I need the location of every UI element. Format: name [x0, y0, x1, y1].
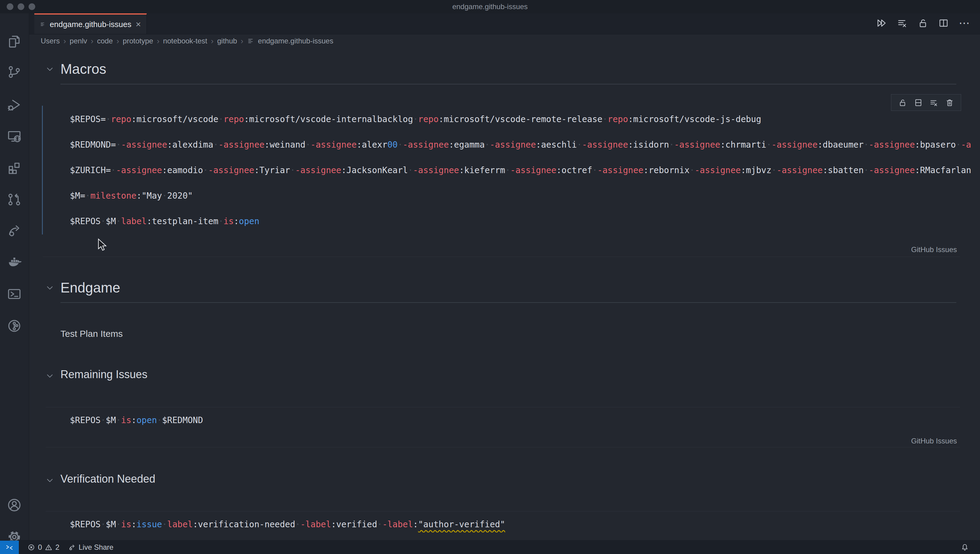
activity-item-docker[interactable] [0, 252, 29, 273]
code-token: "author-verified" [418, 519, 505, 529]
code-line[interactable]: $ZURICH=·-assignee:eamodio·-assignee:Tyr… [70, 158, 980, 183]
breadcrumb-item[interactable]: notebook-test [163, 37, 207, 45]
code-token: -assignee [121, 140, 167, 150]
whitespace-dot: · [106, 114, 111, 124]
live-share-icon [68, 543, 76, 551]
code-token: :Tyriar [254, 165, 290, 175]
live-share-status[interactable]: Live Share [68, 543, 114, 552]
error-count: 0 [38, 543, 42, 552]
split-editor-icon[interactable] [938, 18, 949, 29]
trash-icon[interactable] [945, 98, 954, 107]
code-token: -assignee [218, 140, 265, 150]
whitespace-dot: · [295, 519, 301, 529]
unlock-icon[interactable] [918, 18, 928, 29]
breadcrumb-item[interactable]: penlv [70, 37, 87, 45]
code-token: :mjbvz [741, 165, 771, 175]
code-line[interactable]: $REPOS=·repo:microsoft/vscode·repo:micro… [70, 107, 980, 132]
verification-code-cell: $REPOS·$M·is:issue·label:verification-ne… [70, 517, 980, 532]
activity-item-powershell[interactable] [0, 283, 29, 305]
activity-item-source-control[interactable] [0, 61, 29, 83]
source-control-icon [7, 64, 22, 80]
whitespace-dot: · [956, 140, 961, 150]
activity-item-accounts[interactable] [0, 495, 29, 516]
code-token: :microsoft/vscode-remote-release [439, 114, 602, 124]
remote-explorer-icon [7, 129, 22, 144]
window-title: endgame.github-issues [0, 0, 980, 13]
breadcrumb-separator: › [211, 37, 213, 46]
chevron-down-icon[interactable] [45, 371, 55, 381]
tab-endgame-github-issues[interactable]: endgame.github-issues × [34, 13, 147, 34]
run-all-icon[interactable] [876, 18, 887, 29]
code-token: -assignee [490, 140, 536, 150]
gitlens-icon [7, 318, 22, 333]
code-token: repo [111, 114, 131, 124]
code-token: -assignee [772, 140, 818, 150]
tab-label: endgame.github-issues [50, 20, 132, 29]
code-line[interactable]: $REPOS·$M·label:testplan-item·is:open [70, 209, 980, 234]
unlock-icon[interactable] [898, 98, 907, 107]
remote-indicator[interactable] [0, 541, 19, 554]
clear-output-icon[interactable] [929, 98, 939, 107]
cell-language-label[interactable]: GitHub Issues [911, 437, 957, 445]
clear-outputs-icon[interactable] [897, 18, 908, 29]
code-token: :kieferrm [459, 165, 505, 175]
whitespace-dot: · [85, 191, 91, 201]
activity-item-remote-explorer[interactable] [0, 126, 29, 147]
code-token: $REDMOND= [70, 140, 116, 150]
code-token: $REPOS= [70, 114, 106, 124]
problems-status[interactable]: 0 2 [27, 543, 60, 552]
code-token: open [239, 216, 259, 226]
explorer-icon [7, 34, 22, 49]
activity-item-run-and-debug[interactable] [0, 94, 29, 116]
code-token: -assignee [776, 165, 822, 175]
activity-bar [0, 13, 29, 541]
activity-item-gitlens[interactable] [0, 315, 29, 336]
breadcrumb-item-current[interactable]: endgame.github-issues [258, 37, 333, 45]
code-token: : [131, 415, 137, 425]
cell-divider [46, 447, 960, 447]
code-line[interactable]: $REPOS·$M·is:open·$REDMOND [70, 412, 980, 428]
activity-item-live-share[interactable] [0, 220, 29, 242]
code-line[interactable]: $REPOS·$M·is:issue·label:verification-ne… [70, 517, 980, 532]
breadcrumb-item[interactable]: github [217, 37, 237, 45]
whitespace-dot: · [162, 519, 167, 529]
more-actions-icon[interactable]: ⋯ [959, 18, 970, 29]
code-token: $REPOS [70, 519, 100, 529]
code-token: $REPOS [70, 415, 100, 425]
code-token: :alexdima [167, 140, 213, 150]
code-token: :microsoft/vscode-internalbacklog [244, 114, 413, 124]
code-token: $REDMOND [162, 415, 203, 425]
docker-icon [7, 255, 22, 270]
whitespace-dot: · [116, 415, 121, 425]
whitespace-dot: · [602, 114, 608, 124]
whitespace-dot: · [485, 140, 490, 150]
code-token: -assignee [310, 140, 356, 150]
code-token: is [224, 216, 234, 226]
cell-language-label[interactable]: GitHub Issues [911, 245, 957, 254]
split-cell-icon[interactable] [914, 98, 923, 107]
activity-item-explorer[interactable] [0, 31, 29, 52]
whitespace-dot: · [100, 415, 106, 425]
whitespace-dot: · [116, 140, 121, 150]
whitespace-dot: · [100, 216, 106, 226]
breadcrumb-item[interactable]: prototype [123, 37, 153, 45]
title-bar: endgame.github-issues [0, 0, 980, 14]
whitespace-dot: · [290, 165, 295, 175]
chevron-down-icon[interactable] [45, 64, 55, 74]
breadcrumb-item[interactable]: Users [41, 37, 60, 45]
code-token: : [413, 519, 418, 529]
bell-icon[interactable] [961, 543, 969, 552]
activity-item-extensions[interactable] [0, 157, 29, 178]
chevron-down-icon[interactable] [45, 476, 55, 486]
activity-item-github-pull-requests[interactable] [0, 189, 29, 210]
code-line[interactable]: $M=·milestone:"May·2020" [70, 183, 980, 209]
code-line[interactable]: $REDMOND=·-assignee:alexdima·-assignee:w… [70, 132, 980, 158]
live-share-label: Live Share [79, 543, 114, 552]
chevron-down-icon[interactable] [45, 283, 55, 293]
breadcrumb-item[interactable]: code [97, 37, 113, 45]
code-token: -assignee [511, 165, 557, 175]
cell-divider [46, 511, 960, 511]
powershell-icon [7, 287, 22, 302]
tab-close-icon[interactable]: × [135, 20, 141, 29]
whitespace-dot: · [157, 415, 162, 425]
